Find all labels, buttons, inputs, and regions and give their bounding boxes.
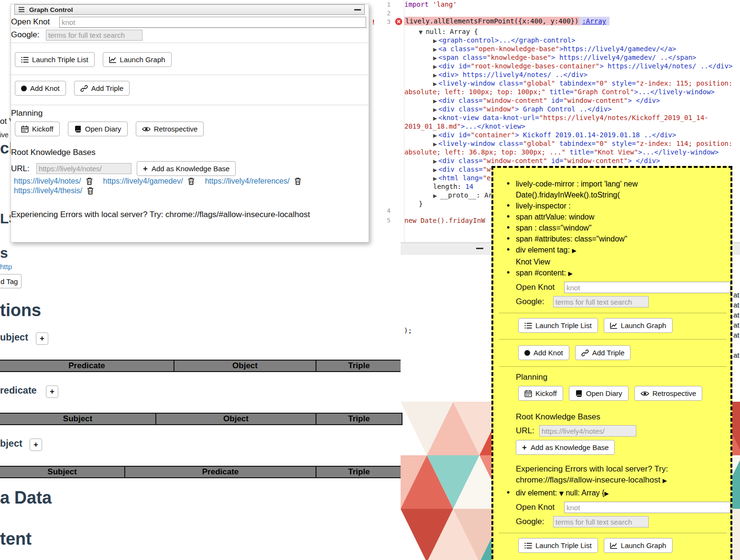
delete-kb-button[interactable] [188,177,195,185]
inspector-tree-line[interactable]: ▶<span class="knowledge-base"> https://l… [404,53,740,62]
text-segment: "global" [523,140,555,147]
open-knot-row: Open Knot [516,501,730,514]
text-segment: <div id= [438,131,470,139]
kb-url-input[interactable] [539,425,636,437]
launch-graph-button[interactable]: Launch Graph [103,52,172,67]
text-segment: ▶ [433,132,437,138]
context-menu-item[interactable]: span #content: ▶ [516,267,730,279]
launch-triple-list-button[interactable]: Launch Triple List [518,318,598,333]
add-tag-button[interactable]: d Tag [0,274,22,288]
text-segment: <div class= [438,157,483,165]
kb-link[interactable]: https://lively4/thesis/ [14,187,82,195]
open-knot-input[interactable] [564,502,730,513]
kb-link[interactable]: https://lively4/notes/ [14,177,81,186]
text-segment: > </div> [628,97,660,104]
add-knowledge-base-button[interactable]: +Add as Knowledge Base [516,440,615,455]
text-segment: ▶ [433,141,437,147]
context-menu-item[interactable]: div element: ▼ null: Array {▶ [516,487,730,499]
inspector-tree-line[interactable]: absolute; left: 36.8px; top: 300px; ..."… [404,148,740,156]
code-line-5[interactable]: new Date().fridayInW [404,217,485,224]
google-search-input[interactable] [553,516,649,527]
open-knot-label: Open Knot [11,17,59,27]
add-triple-button[interactable]: Add Triple [575,345,631,360]
add-triple-button[interactable]: Add Triple [74,81,130,96]
button-label: Open Diary [85,125,121,133]
array-result-link[interactable]: :Array [582,17,606,25]
text-segment: <lively-window class= [438,79,523,87]
inspector-tree-line[interactable]: ▶<div class="window"> Graph Control ..</… [404,105,740,113]
retrospective-button[interactable]: Retrospective [634,386,703,401]
inspector-tree-line[interactable]: absolute; left: 100px; top: 100px;" titl… [404,88,740,96]
inspector-tree-line[interactable]: ▶<a class="open-knowledge-base">https://… [404,44,740,53]
root-kb-heading: Root Knowledge Bases [516,412,730,422]
line-number: 5 [387,217,391,224]
text-segment: Knot View [516,258,550,266]
text-segment: } [419,200,423,208]
add-knot-button[interactable]: Add Knot [15,81,66,96]
inspector-tree-line[interactable]: 2019_01_18.md">...</knot-view> [404,122,740,131]
code-line-1[interactable]: import 'lang' [404,0,457,8]
inspector-tree-line[interactable]: ▶<div id="root-knowledge-bases-container… [404,62,740,70]
link-icon [581,349,589,357]
knowledge-base-item: https://lively4/notes/ [14,177,93,186]
button-label: Launch Graph [621,541,666,549]
launch-triple-list-button[interactable]: Launch Triple List [518,538,598,553]
lively4-desktop: ot Vi ive ck LS s http d Tag tions ubjec… [0,0,740,560]
add-knot-button[interactable]: Add Knot [518,345,569,360]
kickoff-button[interactable]: Kickoff [15,121,60,136]
context-menu-item[interactable]: span attrValue: window [516,211,730,222]
add-knowledge-base-button[interactable]: +Add as Knowledge Base [137,161,236,176]
heading-fragment: s [0,245,8,261]
lint-error-icon[interactable] [395,18,403,25]
delete-kb-button[interactable] [87,187,94,195]
google-label: Google: [516,297,553,307]
link-fragment[interactable]: http [0,263,12,271]
book-icon [575,390,583,397]
text-segment: <span class= [438,54,487,61]
kb-url-input[interactable] [36,163,131,174]
retrospective-button[interactable]: Retrospective [136,121,204,136]
kb-url-row: URL: [516,425,730,437]
launch-graph-button[interactable]: Launch Graph [604,538,673,553]
google-search-input[interactable] [46,30,142,41]
inspector-tree-line[interactable]: ▶<lively-window class="global" tabindex=… [404,139,740,148]
inspector-tree-line[interactable]: ▶<div> https://lively4/notes/ ..</div> [404,70,740,79]
context-menu-item[interactable]: lively-code-mirror : import 'lang' new [516,178,730,189]
google-search-input[interactable] [553,296,649,307]
context-menu-item[interactable]: lively-inspector : [516,200,730,211]
open-diary-button[interactable]: Open Diary [569,386,629,401]
context-menu-item[interactable]: div element tag: ▶ [516,244,730,256]
window-titlebar[interactable]: Graph Control [14,4,365,15]
launch-graph-button[interactable]: Launch Graph [604,318,673,333]
open-diary-button[interactable]: Open Diary [68,121,128,136]
inspector-tree-line[interactable]: ▶<div class="window-content" id="window-… [404,156,740,165]
closing-paren-code[interactable]: ); [404,327,412,334]
window-minimize-button[interactable] [354,9,361,11]
url-label: URL: [11,164,36,174]
add-predicate-button[interactable]: + [46,385,58,398]
background-window-minimize-button[interactable] [476,248,483,249]
add-subject-button[interactable]: + [36,332,48,345]
open-knot-input[interactable] [59,17,366,28]
open-knot-input[interactable] [564,282,730,293]
kb-link[interactable]: https://lively4/references/ [205,177,290,186]
inspector-tree-line[interactable]: ▶<lively-window class="global" tabindex=… [404,79,740,88]
text-segment: "Knot View" [594,148,638,156]
inspector-tree-line[interactable]: ▶<div class="window-content" id="window-… [404,96,740,105]
inspector-tree-line[interactable]: ▼ null: Array { [404,27,740,36]
inspector-tree-line[interactable]: ▶<knot-view data-knot-url="https://livel… [404,113,740,122]
text-segment: >https://lively4/gamedev/</a> [559,45,676,53]
text-segment: chrome://flags/#allow-insecure-localhost [516,475,663,484]
context-menu-item[interactable]: span : class="window" [516,222,730,233]
context-menu-item[interactable]: span #attributes: class="window" [516,233,730,244]
code-line-3-error[interactable]: lively.allElementsFromPoint({x:400, y:40… [404,17,609,25]
add-object-button[interactable]: + [30,439,42,451]
delete-kb-button[interactable] [294,177,301,185]
window-menu-icon[interactable] [18,7,25,12]
delete-kb-button[interactable] [86,177,93,185]
inspector-tree-line[interactable]: ▶<div id="container"> Kickoff 2019.01.14… [404,131,740,139]
inspector-tree-line[interactable]: ▶<graph-control>...</graph-control> [404,36,740,44]
kb-link[interactable]: https://lively4/gamedev/ [103,177,183,186]
kickoff-button[interactable]: Kickoff [518,386,563,401]
launch-triple-list-button[interactable]: Launch Triple List [15,52,95,67]
